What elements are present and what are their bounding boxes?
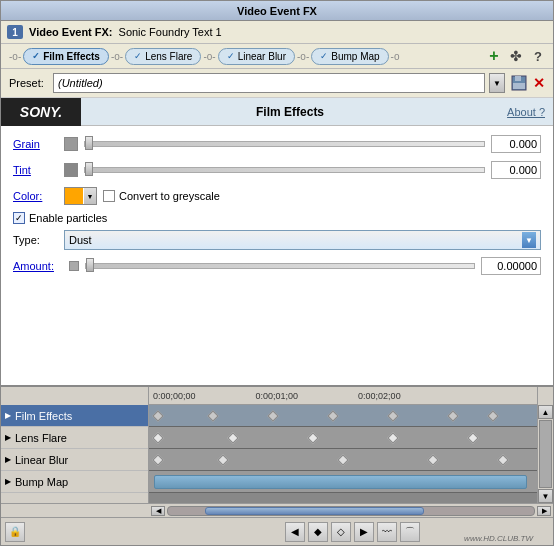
about-button[interactable]: About ?	[499, 106, 553, 118]
grain-swatch	[64, 137, 78, 151]
vscroll-down-button[interactable]: ▼	[538, 489, 553, 503]
diamond-4[interactable]	[327, 410, 338, 421]
greyscale-check[interactable]: Convert to greyscale	[103, 190, 220, 202]
color-dropdown-icon[interactable]: ▼	[84, 188, 96, 204]
tl-add-keyframe-button[interactable]: ◆	[308, 522, 328, 542]
tab-check-linear-blur: ✓	[227, 51, 235, 61]
tint-label[interactable]: Tint	[13, 164, 58, 176]
tab-linear-blur[interactable]: ✓ Linear Blur	[218, 48, 295, 65]
track-label-film-effects[interactable]: ▶ Film Effects	[1, 405, 148, 427]
lb-diamond-1[interactable]	[152, 454, 163, 465]
add-effect-button[interactable]: +	[485, 47, 503, 65]
amount-value[interactable]: 0.00000	[481, 257, 541, 275]
fx-label: Video Event FX:	[29, 26, 113, 38]
expand-bump-map-icon[interactable]: ▶	[5, 477, 11, 486]
grain-slider-thumb[interactable]	[85, 136, 93, 150]
diamond-1[interactable]	[152, 410, 163, 421]
preset-select[interactable]: (Untitled)	[53, 73, 485, 93]
enable-particles-row[interactable]: ✓ Enable particles	[13, 212, 541, 224]
color-label[interactable]: Color:	[13, 190, 58, 202]
tab-bump-map[interactable]: ✓ Bump Map	[311, 48, 388, 65]
window-title: Video Event FX	[237, 5, 317, 17]
track-row-bump-map	[149, 471, 537, 493]
tab-check-bump-map: ✓	[320, 51, 328, 61]
type-dropdown-arrow[interactable]: ▼	[522, 232, 536, 248]
tracks-area	[149, 405, 537, 503]
preset-close-button[interactable]: ✕	[533, 75, 545, 91]
lb-diamond-4[interactable]	[427, 454, 438, 465]
diamond-2[interactable]	[207, 410, 218, 421]
track-row-lens-flare	[149, 427, 537, 449]
lb-diamond-5[interactable]	[497, 454, 508, 465]
tabs-row: -o- ✓ Film Effects -o- ✓ Lens Flare -o- …	[1, 44, 553, 69]
grain-value[interactable]: 0.000	[491, 135, 541, 153]
preset-save-button[interactable]	[509, 73, 529, 93]
greyscale-checkbox[interactable]	[103, 190, 115, 202]
tint-slider-thumb[interactable]	[85, 162, 93, 176]
tint-row: Tint 0.000	[13, 160, 541, 180]
type-value: Dust	[69, 234, 92, 246]
hscroll-left-button[interactable]: ◀	[151, 506, 165, 516]
lf-diamond-5[interactable]	[467, 432, 478, 443]
lf-diamond-2[interactable]	[227, 432, 238, 443]
grain-label[interactable]: Grain	[13, 138, 58, 150]
diamond-7[interactable]	[487, 410, 498, 421]
lf-diamond-1[interactable]	[152, 432, 163, 443]
tab-connector-3: -o-	[297, 51, 309, 62]
linear-blur-diamonds	[149, 449, 537, 470]
amount-slider[interactable]	[85, 263, 475, 269]
tab-connector-2: -o-	[203, 51, 215, 62]
tint-slider[interactable]	[84, 167, 485, 173]
lb-diamond-2[interactable]	[217, 454, 228, 465]
diamond-5[interactable]	[387, 410, 398, 421]
expand-lens-flare-icon[interactable]: ▶	[5, 433, 11, 442]
timeline-ruler: 0:00;00;00 0:00;01;00 0:00;02;00	[149, 387, 537, 405]
lf-diamond-3[interactable]	[307, 432, 318, 443]
hscroll-right-button[interactable]: ▶	[537, 506, 551, 516]
greyscale-label: Convert to greyscale	[119, 190, 220, 202]
grain-slider[interactable]	[84, 141, 485, 147]
fx-header: 1 Video Event FX: Sonic Foundry Text 1	[1, 21, 553, 44]
amount-label[interactable]: Amount:	[13, 260, 63, 272]
enable-particles-checkbox[interactable]: ✓	[13, 212, 25, 224]
type-select[interactable]: Dust ▼	[64, 230, 541, 250]
amount-row: Amount: 0.00000	[13, 256, 541, 276]
tab-film-effects[interactable]: ✓ Film Effects	[23, 48, 109, 65]
tint-value[interactable]: 0.000	[491, 161, 541, 179]
film-effects-diamonds	[149, 405, 537, 426]
track-label-bump-map[interactable]: ▶ Bump Map	[1, 471, 148, 493]
sony-logo: SONY.	[1, 98, 81, 126]
tl-snap-button[interactable]: 🔒	[5, 522, 25, 542]
tl-prev-keyframe-button[interactable]: ◀	[285, 522, 305, 542]
lf-diamond-4[interactable]	[387, 432, 398, 443]
expand-linear-blur-icon[interactable]: ▶	[5, 455, 11, 464]
track-label-bump-map-text: Bump Map	[15, 476, 68, 488]
amount-slider-thumb[interactable]	[86, 258, 94, 272]
hscroll-thumb[interactable]	[205, 507, 425, 515]
lb-diamond-3[interactable]	[337, 454, 348, 465]
track-label-lens-flare[interactable]: ▶ Lens Flare	[1, 427, 148, 449]
amount-swatch	[69, 261, 79, 271]
chain-effect-button[interactable]: ✤	[507, 47, 525, 65]
bump-map-bar[interactable]	[154, 475, 527, 489]
preset-dropdown-button[interactable]: ▼	[489, 73, 505, 93]
tl-curve-button[interactable]: ⌒	[400, 522, 420, 542]
tl-del-keyframe-button[interactable]: ◇	[331, 522, 351, 542]
diamond-3[interactable]	[267, 410, 278, 421]
expand-film-effects-icon[interactable]: ▶	[5, 411, 11, 420]
track-row-film-effects	[149, 405, 537, 427]
type-label: Type:	[13, 234, 58, 246]
track-label-linear-blur[interactable]: ▶ Linear Blur	[1, 449, 148, 471]
lens-flare-diamonds	[149, 427, 537, 448]
vscroll-up-button[interactable]: ▲	[538, 405, 553, 419]
tl-smooth-button[interactable]: 〰	[377, 522, 397, 542]
tab-label-lens-flare: Lens Flare	[145, 51, 192, 62]
tl-next-keyframe-button[interactable]: ▶	[354, 522, 374, 542]
grain-row: Grain 0.000	[13, 134, 541, 154]
color-swatch-button[interactable]: ▼	[64, 187, 97, 205]
fx-number: 1	[7, 25, 23, 39]
diamond-6[interactable]	[447, 410, 458, 421]
tab-lens-flare[interactable]: ✓ Lens Flare	[125, 48, 201, 65]
help-button[interactable]: ?	[529, 47, 547, 65]
save-icon	[510, 74, 528, 92]
